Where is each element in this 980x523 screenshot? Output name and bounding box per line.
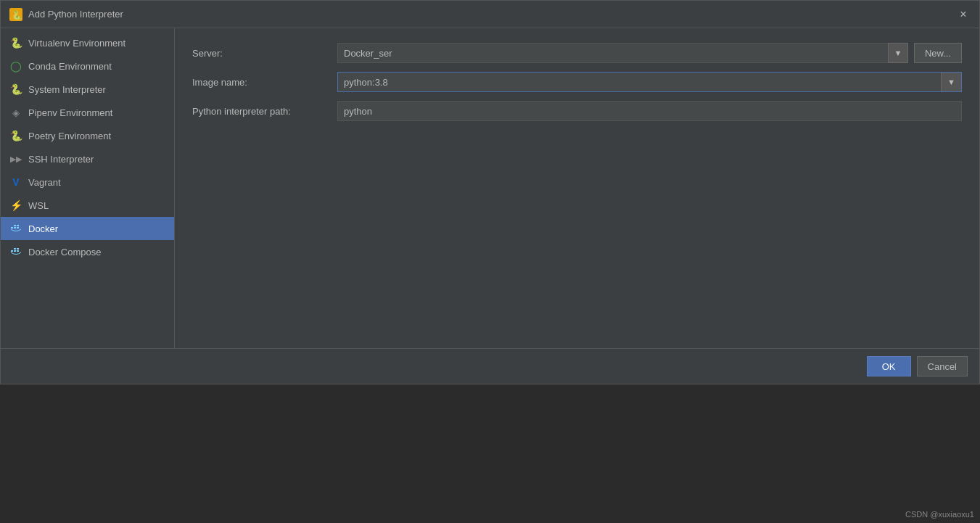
image-name-label: Image name: (192, 77, 337, 88)
server-select[interactable]: Docker_ser (337, 43, 908, 63)
dialog-title: Add Python Interpreter (28, 9, 956, 20)
sidebar-item-vagrant[interactable]: V Vagrant (1, 170, 174, 194)
cancel-button[interactable]: Cancel (917, 356, 968, 376)
sidebar-label-wsl: WSL (28, 200, 49, 211)
svg-rect-8 (14, 250, 16, 252)
python-path-input[interactable] (337, 101, 962, 121)
add-python-interpreter-dialog: 🐍 Add Python Interpreter × 🐍 Virtualenv … (0, 0, 980, 384)
system-icon: 🐍 (9, 83, 22, 96)
sidebar-label-docker-compose: Docker Compose (28, 247, 101, 258)
pipenv-icon: ◈ (9, 106, 22, 119)
svg-rect-2 (11, 227, 13, 228)
image-name-input[interactable] (338, 73, 941, 91)
close-button[interactable]: × (956, 7, 971, 22)
sidebar-label-poetry: Poetry Environment (28, 131, 111, 141)
python-path-control (337, 101, 962, 121)
svg-rect-9 (17, 250, 19, 252)
sidebar-item-poetry[interactable]: 🐍 Poetry Environment (1, 124, 174, 147)
server-label: Server: (192, 48, 337, 59)
poetry-icon: 🐍 (9, 129, 22, 142)
image-name-control: ▼ (337, 72, 962, 92)
dialog-footer: OK Cancel (1, 348, 979, 384)
image-dropdown-button[interactable]: ▼ (941, 73, 961, 91)
ok-button[interactable]: OK (867, 356, 911, 376)
server-row: Server: Docker_ser ▼ New... (192, 43, 962, 63)
server-control: Docker_ser ▼ New... (337, 43, 962, 63)
svg-rect-4 (17, 227, 19, 228)
sidebar-label-virtualenv: Virtualenv Environment (28, 38, 125, 49)
server-dropdown-wrap: Docker_ser ▼ (337, 43, 908, 63)
dialog-body: 🐍 Virtualenv Environment ◯ Conda Environ… (1, 28, 979, 384)
svg-rect-5 (14, 225, 16, 226)
image-input-wrap: ▼ (337, 72, 962, 92)
python-path-row: Python interpreter path: (192, 101, 962, 121)
sidebar-label-system: System Interpreter (28, 84, 106, 95)
image-name-row: Image name: ▼ (192, 72, 962, 92)
sidebar-item-conda[interactable]: ◯ Conda Environment (1, 54, 174, 78)
new-button[interactable]: New... (914, 43, 962, 63)
svg-rect-7 (11, 250, 13, 252)
sidebar-item-ssh[interactable]: ▶▶ SSH Interpreter (1, 147, 174, 170)
dialog-icon: 🐍 (9, 8, 22, 21)
svg-rect-11 (17, 248, 19, 250)
sidebar-label-conda: Conda Environment (28, 61, 112, 72)
ssh-icon: ▶▶ (9, 152, 22, 165)
sidebar-item-wsl[interactable]: ⚡ WSL (1, 194, 174, 217)
sidebar-label-docker: Docker (28, 223, 58, 234)
content-panel: Server: Docker_ser ▼ New... Image name: (175, 28, 979, 384)
sidebar-item-pipenv[interactable]: ◈ Pipenv Environment (1, 101, 174, 124)
titlebar: 🐍 Add Python Interpreter × (1, 1, 979, 28)
watermark: CSDN @xuxiaoxu1 (905, 510, 974, 519)
svg-rect-3 (14, 227, 16, 228)
vagrant-icon: V (9, 176, 22, 189)
svg-text:🐍: 🐍 (12, 9, 22, 20)
sidebar-item-docker-compose[interactable]: Docker Compose (1, 240, 174, 263)
sidebar: 🐍 Virtualenv Environment ◯ Conda Environ… (1, 28, 175, 384)
sidebar-item-docker[interactable]: Docker (1, 217, 174, 240)
sidebar-label-ssh: SSH Interpreter (28, 154, 94, 165)
virtualenv-icon: 🐍 (9, 36, 22, 49)
sidebar-label-pipenv: Pipenv Environment (28, 107, 112, 118)
sidebar-item-virtualenv[interactable]: 🐍 Virtualenv Environment (1, 31, 174, 54)
docker-compose-icon (9, 245, 22, 258)
svg-rect-6 (17, 225, 19, 226)
python-path-label: Python interpreter path: (192, 106, 337, 117)
svg-rect-10 (14, 248, 16, 250)
docker-icon (9, 222, 22, 235)
sidebar-label-vagrant: Vagrant (28, 177, 61, 188)
conda-icon: ◯ (9, 59, 22, 73)
wsl-icon: ⚡ (9, 199, 22, 212)
sidebar-item-system[interactable]: 🐍 System Interpreter (1, 78, 174, 101)
